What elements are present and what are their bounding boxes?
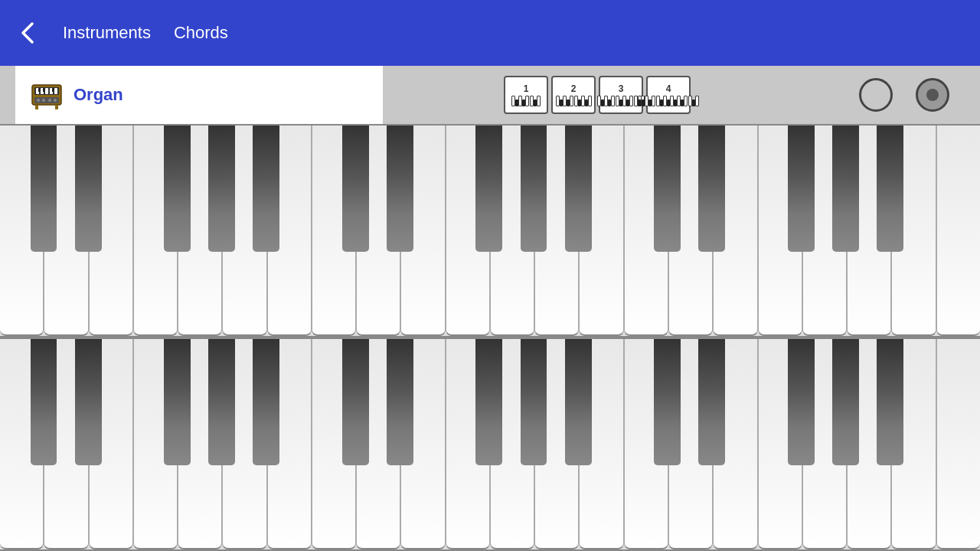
empty-radio-icon [859,78,893,112]
svg-rect-9 [52,88,54,92]
black-key-7[interactable] [475,339,502,465]
octave-1-icon [511,96,541,106]
svg-rect-8 [43,88,45,92]
octave-4-label: 4 [666,83,671,94]
black-key-4[interactable] [253,339,279,465]
keyboard-row-bottom [0,337,980,551]
black-key-9[interactable] [565,339,592,465]
radio-control-2[interactable] [916,78,949,112]
black-key-0[interactable] [31,339,57,465]
black-key-2[interactable] [164,339,191,465]
nav-chords[interactable]: Chords [174,23,228,43]
black-key-4[interactable] [253,126,279,252]
svg-point-12 [42,99,45,102]
svg-point-14 [54,99,57,102]
white-key-21[interactable] [936,126,980,336]
black-key-13[interactable] [832,126,859,252]
black-key-1[interactable] [75,126,102,252]
svg-point-11 [37,99,40,102]
header-bar: Instruments Chords [0,0,980,66]
black-key-14[interactable] [877,126,903,252]
svg-rect-16 [55,105,58,109]
octave-3-button[interactable]: 3 [599,76,643,114]
octave-section: 1 2 [383,76,812,114]
toolbar: Organ 1 2 [0,66,980,124]
octave-1-label: 1 [524,83,529,94]
filled-radio-icon [916,78,949,112]
black-key-3[interactable] [208,339,235,465]
octave-2-label: 2 [571,83,577,94]
svg-rect-7 [38,88,41,92]
black-key-0[interactable] [31,126,57,252]
black-key-9[interactable] [565,126,592,252]
svg-rect-15 [35,105,38,109]
black-key-11[interactable] [698,339,725,465]
black-key-13[interactable] [832,339,859,465]
organ-label: Organ [74,85,123,105]
octave-4-button[interactable]: 4 [646,76,691,114]
octave-2-icon [556,96,592,106]
black-key-6[interactable] [387,339,413,465]
black-key-12[interactable] [788,339,815,465]
black-key-2[interactable] [164,126,191,252]
black-key-10[interactable] [654,126,681,252]
black-key-14[interactable] [877,339,903,465]
svg-point-13 [48,99,51,102]
black-key-3[interactable] [208,126,235,252]
black-key-10[interactable] [654,339,681,465]
black-key-5[interactable] [342,126,369,252]
svg-rect-4 [45,88,48,94]
black-key-11[interactable] [698,126,725,252]
black-key-8[interactable] [521,126,547,252]
octave-1-button[interactable]: 1 [504,76,548,114]
back-button[interactable] [15,21,40,45]
nav-instruments[interactable]: Instruments [63,23,151,43]
instrument-section: Organ [15,66,383,124]
black-key-5[interactable] [342,339,369,465]
black-key-7[interactable] [475,126,502,252]
controls-section [812,78,965,112]
piano-area [0,124,980,551]
octave-4-icon [638,96,699,106]
octave-3-label: 3 [619,83,624,94]
black-key-12[interactable] [788,126,815,252]
keyboard-row-top [0,124,980,337]
black-key-8[interactable] [521,339,547,465]
svg-rect-6 [54,88,57,94]
black-key-6[interactable] [387,126,413,252]
octave-2-button[interactable]: 2 [551,76,596,114]
white-key-21[interactable] [936,339,980,549]
black-key-1[interactable] [75,339,102,465]
organ-icon [31,79,63,111]
radio-control-1[interactable] [859,78,893,112]
